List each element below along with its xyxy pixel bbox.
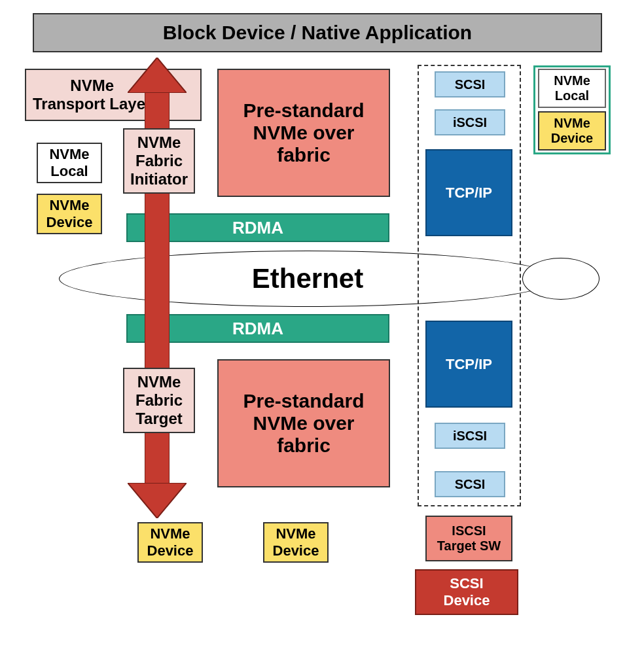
scsi-device: SCSI Device — [415, 569, 518, 615]
nvme-device-right: NVMe Device — [538, 111, 606, 150]
nvme-fabric-target: NVMe Fabric Target — [123, 368, 195, 433]
iscsi-bottom: iSCSI — [435, 423, 505, 449]
nvme-local-right: NVMe Local — [538, 69, 606, 108]
nvme-device-left: NVMe Device — [37, 194, 102, 234]
scsi-top: SCSI — [435, 71, 505, 97]
svg-marker-0 — [128, 58, 187, 93]
iscsi-target-sw: ISCSI Target SW — [425, 516, 512, 561]
nvme-local-left: NVMe Local — [37, 143, 102, 183]
iscsi-top: iSCSI — [435, 109, 505, 135]
scsi-bottom: SCSI — [435, 471, 505, 497]
nvme-device-center-bottom: NVMe Device — [263, 522, 329, 563]
svg-marker-1 — [128, 483, 187, 518]
pre-standard-bottom: Pre-standard NVMe over fabric — [217, 359, 390, 487]
nvme-fabric-initiator: NVMe Fabric Initiator — [123, 128, 195, 194]
title-bar: Block Device / Native Application — [33, 13, 602, 52]
tcpip-top: TCP/IP — [425, 149, 512, 236]
pre-standard-top: Pre-standard NVMe over fabric — [217, 69, 390, 197]
arrow-head-down — [128, 483, 187, 518]
tcpip-bottom: TCP/IP — [425, 321, 512, 408]
nvme-device-arrow-bottom: NVMe Device — [137, 522, 203, 563]
arrow-head-up — [128, 58, 187, 93]
